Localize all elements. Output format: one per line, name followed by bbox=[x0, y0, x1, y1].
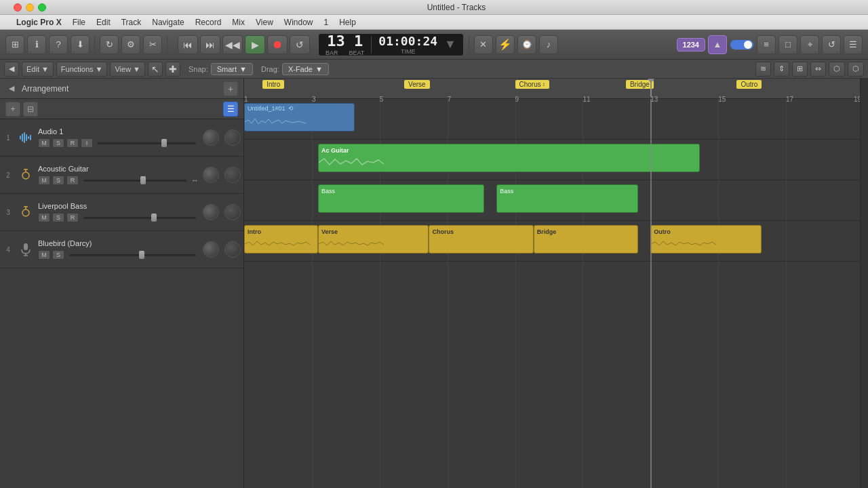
track-1-solo[interactable]: S bbox=[52, 138, 64, 148]
track-list-back[interactable]: ◀ bbox=[5, 83, 18, 95]
clip-bass-2[interactable]: Bass bbox=[496, 184, 638, 213]
channel-strip-btn[interactable]: □ bbox=[778, 35, 797, 54]
clip-guitar[interactable]: Ac Guitar bbox=[318, 144, 700, 172]
grid-btn[interactable]: ≡ bbox=[757, 35, 776, 54]
track-options-btn[interactable]: ⊟ bbox=[23, 102, 38, 117]
separator-1 bbox=[94, 35, 95, 54]
clip-vocal-verse[interactable]: Verse bbox=[318, 225, 429, 253]
fullscreen-button[interactable] bbox=[38, 3, 46, 12]
drag-value-btn[interactable]: X-Fade ▼ bbox=[282, 63, 329, 75]
track-2-volume[interactable] bbox=[224, 167, 241, 183]
back-btn[interactable]: ◀ bbox=[4, 62, 19, 77]
clip-vocal-bridge[interactable]: Bridge bbox=[534, 225, 638, 253]
track-3-record[interactable]: R bbox=[66, 213, 79, 222]
patch-btn[interactable]: ▲ bbox=[708, 35, 727, 54]
menu-navigate[interactable]: Navigate bbox=[152, 18, 184, 27]
menu-record[interactable]: Record bbox=[195, 18, 222, 27]
clip-audio1[interactable]: Untitled_1#01 ⟲ bbox=[244, 103, 355, 131]
track-3-fader[interactable] bbox=[83, 217, 196, 219]
track-3-solo[interactable]: S bbox=[52, 213, 64, 222]
midi-btn[interactable]: 1234 bbox=[677, 38, 705, 52]
pencil-tool[interactable]: ✚ bbox=[165, 62, 180, 77]
play-btn[interactable]: ▶ bbox=[245, 35, 265, 54]
menu-edit[interactable]: Edit bbox=[96, 18, 111, 27]
track-2-pan[interactable] bbox=[203, 167, 219, 183]
mute-btn[interactable]: ✕ bbox=[474, 35, 493, 54]
track-1-record[interactable]: R bbox=[66, 138, 79, 148]
zoom-out-btn[interactable]: ⬡ bbox=[848, 62, 864, 77]
clip-vocal-intro[interactable]: Intro bbox=[244, 225, 318, 253]
scissors-btn[interactable]: ✂ bbox=[143, 35, 162, 54]
menu-mix[interactable]: Mix bbox=[232, 18, 245, 27]
loop-btn[interactable]: ↺ bbox=[822, 35, 841, 54]
menu-view[interactable]: View bbox=[256, 18, 273, 27]
track-2-solo[interactable]: S bbox=[52, 176, 64, 185]
clip-vocal-outro[interactable]: Outro bbox=[650, 225, 761, 253]
display-arrow[interactable]: ▼ bbox=[444, 37, 456, 52]
cursor-tool[interactable]: ↖ bbox=[148, 62, 163, 77]
tools-btn[interactable]: ⚙ bbox=[121, 35, 140, 54]
metronome-toggle[interactable] bbox=[730, 39, 754, 50]
cycle-btn[interactable]: ↺ bbox=[290, 35, 310, 54]
view-menu-btn[interactable]: View ▼ bbox=[110, 62, 145, 77]
waveform-btn[interactable]: ≋ bbox=[755, 62, 771, 77]
drag-arrow: ▼ bbox=[315, 65, 323, 73]
track-1-fader[interactable] bbox=[98, 142, 196, 144]
notation-btn[interactable]: ♪ bbox=[539, 35, 558, 54]
add-track-btn[interactable]: + bbox=[223, 81, 238, 96]
track-4-pan[interactable] bbox=[203, 241, 219, 258]
to-start-btn[interactable]: ◀◀ bbox=[222, 35, 243, 54]
zoom-fit-btn[interactable]: ⊞ bbox=[792, 62, 808, 77]
snap-value-text: Smart bbox=[217, 65, 237, 73]
rewind-btn[interactable]: ⏮ bbox=[178, 35, 198, 54]
zoom-in-btn[interactable]: ⬡ bbox=[829, 62, 845, 77]
track-2-mute[interactable]: M bbox=[38, 176, 50, 185]
track-2-cursor[interactable]: ↔ bbox=[191, 176, 199, 184]
zoom-h-btn[interactable]: ⇔ bbox=[810, 62, 826, 77]
menu-track[interactable]: Track bbox=[121, 18, 142, 27]
track-1-volume[interactable] bbox=[224, 129, 241, 146]
list-btn[interactable]: ☰ bbox=[844, 35, 863, 54]
menu-window[interactable]: Window bbox=[284, 18, 313, 27]
edit-menu-btn[interactable]: Edit ▼ bbox=[22, 62, 54, 77]
help-btn[interactable]: ? bbox=[49, 35, 68, 54]
separator-2 bbox=[167, 35, 167, 54]
minimize-button[interactable] bbox=[26, 3, 34, 12]
track-1-input[interactable]: I bbox=[81, 138, 93, 148]
editor-btn[interactable]: ⌚ bbox=[517, 35, 536, 54]
track-1-pan[interactable] bbox=[203, 129, 219, 146]
menu-1[interactable]: 1 bbox=[324, 18, 329, 27]
waveform-svg-2 bbox=[319, 155, 699, 170]
menu-help[interactable]: Help bbox=[339, 18, 356, 27]
track-3-mute[interactable]: M bbox=[38, 213, 50, 222]
menu-file[interactable]: File bbox=[73, 18, 85, 27]
close-button[interactable] bbox=[14, 3, 22, 12]
clip-bass-1[interactable]: Bass bbox=[318, 184, 484, 213]
track-settings-btn[interactable]: ☰ bbox=[223, 102, 238, 117]
track-4-mute[interactable]: M bbox=[38, 250, 50, 260]
clip-vocal-chorus[interactable]: Chorus bbox=[429, 225, 533, 253]
track-4-solo[interactable]: S bbox=[52, 250, 64, 260]
inbox-btn[interactable]: ⬇ bbox=[71, 35, 90, 54]
track-2-record[interactable]: R bbox=[66, 176, 79, 185]
track-1-mute[interactable]: M bbox=[38, 138, 50, 148]
track-3-pan[interactable] bbox=[203, 204, 219, 220]
track-2-fader[interactable] bbox=[83, 180, 186, 182]
smart-controls-btn[interactable]: ⌖ bbox=[800, 35, 819, 54]
functions-menu-btn[interactable]: Functions ▼ bbox=[56, 62, 108, 77]
track-3-volume[interactable] bbox=[224, 204, 241, 220]
track-4-volume[interactable] bbox=[224, 241, 241, 258]
record-btn[interactable]: ⏺ bbox=[267, 35, 288, 54]
track-1-name: Audio 1 bbox=[38, 127, 199, 136]
snap-value-btn[interactable]: Smart ▼ bbox=[211, 63, 253, 75]
vertical-scrollbar[interactable] bbox=[860, 79, 868, 488]
zoom-v-btn[interactable]: ⇕ bbox=[774, 62, 789, 77]
library-btn[interactable]: ⊞ bbox=[5, 35, 24, 54]
sync-btn[interactable]: ↻ bbox=[100, 35, 119, 54]
fast-forward-btn[interactable]: ⏭ bbox=[200, 35, 220, 54]
info-btn[interactable]: ℹ bbox=[27, 35, 46, 54]
add-track-header-btn[interactable]: + bbox=[5, 102, 20, 117]
app-name-menu[interactable]: Logic Pro X bbox=[16, 18, 62, 27]
mixer-btn[interactable]: ⚡ bbox=[496, 35, 515, 54]
track-4-fader[interactable] bbox=[69, 254, 196, 256]
